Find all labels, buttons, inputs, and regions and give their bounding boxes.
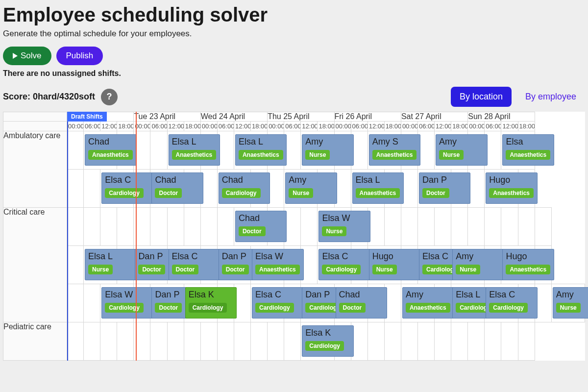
draft-shifts-badge: Draft Shifts — [67, 112, 107, 122]
hour-header: 12:00 — [368, 122, 384, 131]
day-header: Tue 23 April — [134, 112, 200, 122]
shift-employee: Elsa — [506, 137, 551, 147]
shift[interactable]: ElsaAnaesthetics — [502, 134, 554, 166]
shift-role-badge: Doctor — [172, 265, 199, 274]
hour-header: 00:00 — [401, 122, 417, 131]
hour-header: 00:00 — [468, 122, 485, 131]
shift-role-badge: Nurse — [556, 303, 581, 313]
publish-button-label: Publish — [66, 51, 94, 61]
hour-header: 12:00 — [167, 122, 184, 131]
location-row-header: Ambulatory care — [3, 131, 67, 208]
hour-header: 12:00 — [234, 122, 250, 131]
hour-header: 00:00 — [200, 122, 217, 131]
publish-button[interactable]: Publish — [56, 47, 103, 65]
hour-header: 00:00 — [67, 122, 84, 131]
score-help-button[interactable]: ? — [101, 89, 118, 105]
hour-header: 06:00 — [284, 122, 301, 131]
shift-employee: Amy — [556, 290, 588, 300]
shift-role-badge: Nurse — [322, 226, 346, 236]
solve-button-label: Solve — [21, 51, 42, 61]
hour-header: 06:00 — [485, 122, 501, 131]
tab-by-location[interactable]: By location — [451, 87, 512, 107]
hour-header: 06:00 — [351, 122, 368, 131]
hour-header: 12:00 — [301, 122, 318, 131]
day-header: Sat 27 April — [401, 112, 467, 122]
shift-role-badge: Doctor — [222, 265, 249, 274]
hour-header: 18:00 — [251, 122, 268, 131]
hour-header: 18:00 — [384, 122, 401, 131]
location-row-header: Pediatric care — [3, 322, 67, 361]
hour-header: 06:00 — [217, 122, 234, 131]
shift-role-badge: Doctor — [239, 226, 266, 236]
hour-header: 00:00 — [134, 122, 150, 131]
play-icon — [13, 53, 18, 59]
page-title: Employee scheduling solver — [3, 4, 585, 26]
location-row-header: Critical care — [3, 208, 67, 322]
hour-header: 06:00 — [150, 122, 167, 131]
solve-button[interactable]: Solve — [3, 47, 51, 65]
hour-header: 18:00 — [184, 122, 200, 131]
day-header: Sun 28 April — [468, 112, 535, 122]
hour-header: 18:00 — [518, 122, 535, 131]
day-header: Thu 25 April — [268, 112, 334, 122]
unassigned-message: There are no unassigned shifts. — [3, 69, 585, 78]
timeline: Draft Shifts AprilTue 23 AprilWed 24 Apr… — [3, 112, 585, 361]
shift-role-badge: Nurse — [289, 188, 313, 198]
shift-role-badge: Nurse — [305, 150, 330, 160]
question-icon: ? — [107, 92, 112, 102]
day-header: Wed 24 April — [200, 112, 267, 122]
hour-header: 00:00 — [334, 122, 351, 131]
shift-role-badge: Doctor — [422, 188, 449, 198]
page-subtitle: Generate the optimal schedule for your e… — [3, 29, 585, 39]
hour-header: 06:00 — [417, 122, 434, 131]
hour-header: 18:00 — [451, 122, 468, 131]
hour-header: 12:00 — [100, 122, 117, 131]
hour-header: 00:00 — [268, 122, 284, 131]
tab-by-employee[interactable]: By employee — [516, 87, 585, 107]
shift-role-badge: Doctor — [155, 188, 182, 198]
hour-header: 06:00 — [84, 122, 100, 131]
day-header: Fri 26 April — [334, 112, 401, 122]
shift-role-badge: Nurse — [88, 265, 113, 274]
score-label: Score: 0hard/4320soft — [3, 92, 95, 102]
hour-header: 12:00 — [501, 122, 518, 131]
shift-role-badge: Anaesthetics — [506, 150, 550, 160]
shift[interactable]: AmyNurse — [553, 287, 588, 318]
shift-role-badge: Nurse — [456, 265, 480, 274]
shift-role-badge: Nurse — [439, 150, 464, 160]
hour-header: 18:00 — [318, 122, 334, 131]
shift-role-badge: Doctor — [339, 303, 366, 313]
hour-header: 12:00 — [435, 122, 451, 131]
shift-role-badge: Nurse — [372, 265, 397, 274]
shift-role-badge: Doctor — [155, 303, 182, 313]
shift-role-badge: Doctor — [138, 265, 165, 274]
hour-header: 18:00 — [117, 122, 134, 131]
timeline-table: AprilTue 23 AprilWed 24 AprilThu 25 Apri… — [3, 112, 585, 361]
